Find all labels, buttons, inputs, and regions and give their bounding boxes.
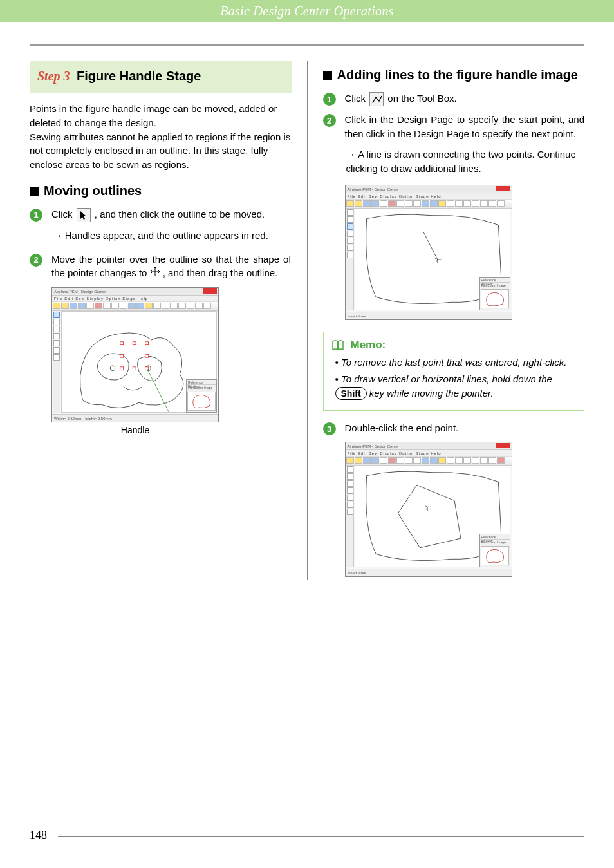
num-badge-2: 2 bbox=[30, 254, 42, 267]
side-toolbox bbox=[53, 311, 60, 413]
num-badge-3: 3 bbox=[323, 422, 336, 435]
svg-rect-4 bbox=[145, 342, 149, 345]
app-menubar: File Edit Sew Display Option Stage Help bbox=[346, 193, 512, 200]
ref-window-title: Reference Window bbox=[187, 380, 216, 385]
screenshot-moving-outline: Airplane.PEM - Design Center File Edit S… bbox=[51, 287, 219, 422]
arrow2-text: A line is drawn connecting the two point… bbox=[346, 149, 576, 175]
step-title: Figure Handle Stage bbox=[77, 69, 201, 83]
item1-text-b: , and then click the outline to be moved… bbox=[95, 209, 265, 220]
square-bullet-icon bbox=[323, 71, 332, 80]
subhead-text: Adding lines to the figure handle image bbox=[337, 68, 578, 82]
step-item-r3: 3 Double-click the end point. bbox=[323, 421, 585, 435]
memo-title-text: Memo: bbox=[351, 339, 386, 352]
status-bar: Insert lines. bbox=[346, 569, 512, 576]
memo-item-1: To remove the last point that was entere… bbox=[335, 355, 577, 370]
subhead-text: Moving outlines bbox=[44, 184, 142, 198]
svg-rect-5 bbox=[120, 354, 124, 357]
memo-title: Memo: bbox=[331, 339, 577, 352]
reference-window: Reference Window Pan/Zoom Image bbox=[479, 277, 510, 310]
move-cursor-icon bbox=[150, 267, 160, 281]
r-item1-b: on the Tool Box. bbox=[387, 93, 456, 104]
r-item3-text: Double-click the end point. bbox=[345, 421, 585, 435]
line-tool-icon bbox=[369, 92, 384, 106]
arrow-result-2: → A line is drawn connecting the two poi… bbox=[346, 147, 585, 176]
app-menubar: File Edit Sew Display Option Stage Help bbox=[52, 296, 218, 302]
app-titlebar: Airplane.PEM - Design Center bbox=[346, 442, 512, 450]
book-icon bbox=[331, 339, 346, 351]
app-toolbar bbox=[52, 302, 218, 311]
side-toolbox bbox=[346, 209, 354, 310]
subhead-moving-outlines: Moving outlines bbox=[30, 184, 292, 198]
step-item-r1: 1 Click on the Tool Box. bbox=[323, 91, 585, 106]
side-toolbox bbox=[346, 466, 354, 567]
svg-rect-2 bbox=[120, 342, 124, 345]
num-badge-2: 2 bbox=[323, 114, 336, 127]
arrow1-text: Handles appear, and the outline appears … bbox=[65, 230, 268, 241]
ref-window-tabs: Pan/Zoom Image bbox=[187, 385, 216, 391]
svg-rect-7 bbox=[120, 367, 124, 370]
step-item-2: 2 Move the pointer over the outline so t… bbox=[30, 252, 292, 281]
step-heading-box: Step 3 Figure Handle Stage bbox=[30, 61, 292, 93]
page-number-rule bbox=[58, 836, 584, 837]
ref-window-tabs: Pan/Zoom Image bbox=[480, 540, 510, 545]
svg-rect-8 bbox=[133, 367, 136, 370]
memo-box: Memo: To remove the last point that was … bbox=[323, 332, 585, 411]
memo-item-2: To draw vertical or horizontal lines, ho… bbox=[335, 372, 577, 401]
page-number: 148 bbox=[30, 829, 47, 842]
memo2-a: To draw vertical or horizontal lines, ho… bbox=[341, 373, 552, 384]
pointer-tool-button bbox=[53, 312, 60, 318]
square-bullet-icon bbox=[30, 187, 39, 196]
window-close-icon bbox=[496, 443, 510, 448]
app-titlebar: Airplane.PEM - Design Center bbox=[52, 288, 218, 296]
svg-rect-9 bbox=[145, 367, 149, 370]
status-bar: Insert lines. bbox=[346, 312, 512, 319]
pointer-tool-icon bbox=[77, 208, 91, 222]
ref-window-title: Reference Window bbox=[480, 278, 510, 283]
svg-rect-3 bbox=[133, 342, 136, 345]
step-item-1: 1 Click , and then click the outline to … bbox=[30, 207, 292, 222]
memo2-b: key while moving the pointer. bbox=[369, 388, 494, 399]
shift-key-pill: Shift bbox=[335, 387, 367, 400]
svg-point-0 bbox=[110, 366, 115, 371]
reference-window: Reference Window Pan/Zoom Image bbox=[479, 534, 510, 567]
arrow-result-1: → Handles appear, and the outline appear… bbox=[53, 229, 292, 243]
reference-window: Reference Window Pan/Zoom Image bbox=[186, 379, 217, 413]
screenshot-caption-handle: Handle bbox=[51, 425, 219, 435]
svg-line-10 bbox=[147, 369, 174, 412]
intro-paragraph: Points in the figure handle image can be… bbox=[30, 102, 292, 172]
subhead-adding-lines: Adding lines to the figure handle image bbox=[323, 68, 585, 82]
app-titlebar: Airplane.PEM - Design Center bbox=[346, 185, 512, 193]
page-header: Basic Design Center Operations bbox=[0, 0, 614, 22]
line-tool-button bbox=[347, 223, 353, 230]
svg-rect-6 bbox=[145, 354, 149, 357]
screenshot-end-point: Airplane.PEM - Design Center File Edit S… bbox=[345, 442, 512, 577]
window-close-icon bbox=[496, 186, 510, 191]
ref-window-tabs: Pan/Zoom Image bbox=[480, 283, 510, 288]
r-item2-text: Click in the Design Page to specify the … bbox=[345, 113, 585, 141]
screenshot-draw-line: Airplane.PEM - Design Center File Edit S… bbox=[345, 185, 512, 320]
item2-text-b: , and then drag the outline. bbox=[163, 267, 277, 278]
app-menubar: File Edit Sew Display Option Stage Help bbox=[346, 450, 512, 457]
window-close-icon bbox=[203, 288, 217, 294]
app-toolbar bbox=[346, 457, 512, 466]
app-toolbar bbox=[346, 200, 512, 209]
r-item1-a: Click bbox=[345, 93, 369, 104]
num-badge-1: 1 bbox=[323, 93, 336, 106]
ref-window-title: Reference Window bbox=[480, 534, 510, 540]
item1-text-a: Click bbox=[51, 209, 75, 220]
num-badge-1: 1 bbox=[30, 209, 42, 222]
step-label: Step 3 bbox=[37, 69, 70, 83]
status-bar: Width= 2.60mm, Height= 2.50mm bbox=[52, 414, 218, 422]
step-item-r2: 2 Click in the Design Page to specify th… bbox=[323, 113, 585, 141]
